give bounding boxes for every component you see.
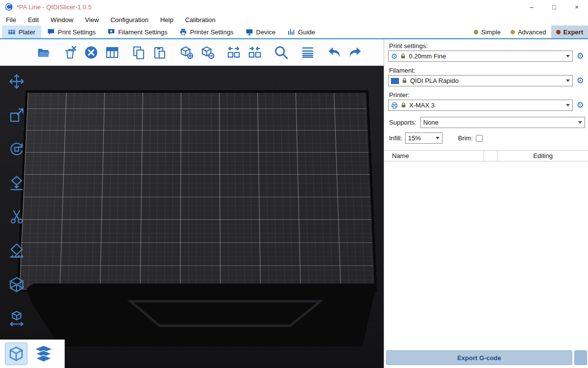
brim-label: Brim: (458, 134, 473, 142)
redo-button[interactable] (347, 44, 364, 61)
place-on-face-tool-button[interactable] (5, 171, 28, 195)
tab-device[interactable]: Device (240, 26, 282, 38)
scene-3d[interactable] (0, 66, 384, 368)
object-manipulation-toolbar (3, 70, 30, 330)
printer-label: Printer: (389, 91, 583, 99)
brim-checkbox[interactable] (476, 135, 483, 142)
main-area: Print settings: ⚙ 0.20mm Fine ⚙ Filament… (0, 39, 588, 368)
tab-print-settings[interactable]: Print Settings (41, 26, 101, 38)
infill-value: 15% (408, 134, 421, 142)
remove-instance-button[interactable] (199, 44, 216, 61)
mode-advanced[interactable]: Advanced (506, 26, 551, 38)
undo-button[interactable] (326, 44, 343, 61)
printer-gear-button[interactable]: ⚙ (575, 100, 585, 111)
tab-device-label: Device (256, 28, 276, 36)
infill-combo[interactable]: 15% (405, 132, 442, 144)
cut-tool-button[interactable] (5, 205, 28, 229)
column-header-name[interactable]: Name (384, 151, 484, 161)
menu-item-edit[interactable]: Edit (28, 16, 39, 24)
chevron-down-icon (566, 79, 570, 82)
mode-expert[interactable]: Expert (551, 26, 588, 38)
column-header-middle[interactable] (484, 151, 498, 161)
chevron-down-icon (566, 104, 570, 106)
delete-button[interactable] (62, 44, 78, 61)
printer-combo[interactable]: X-MAX 3 (388, 100, 573, 111)
paint-support-tool-button[interactable] (5, 239, 28, 263)
move-tool-button[interactable] (5, 70, 28, 93)
lock-icon (401, 78, 408, 84)
simple-mode-dot-icon (474, 30, 478, 34)
filament-value: QIDI PLA Rapido (410, 77, 459, 84)
export-options-button[interactable] (574, 350, 587, 365)
printer-icon (391, 102, 398, 109)
copy-button[interactable] (130, 44, 147, 61)
cube-icon (8, 345, 24, 362)
tab-printer-settings-label: Printer Settings (190, 28, 234, 36)
supports-combo[interactable]: None (420, 117, 585, 128)
chevron-down-icon (436, 137, 440, 139)
search-button[interactable] (273, 44, 290, 61)
tab-print-settings-label: Print Settings (58, 28, 96, 36)
object-table: Name Editing (384, 150, 588, 348)
menu-item-view[interactable]: View (85, 16, 99, 24)
window-title: *PA Line - QIDISlicer-1.0.5 (17, 3, 92, 11)
viewport-3d[interactable] (0, 39, 384, 368)
print-bed (25, 90, 368, 291)
rotate-tool-button[interactable] (5, 137, 28, 161)
tab-guide[interactable]: Guide (281, 26, 321, 38)
preview-view-button[interactable] (32, 342, 55, 365)
menu-item-window[interactable]: Window (50, 16, 73, 24)
layer-height-button[interactable] (299, 44, 316, 61)
menu-item-help[interactable]: Help (160, 16, 173, 24)
menu-item-file[interactable]: File (6, 16, 16, 24)
lock-icon (400, 102, 407, 108)
open-project-button[interactable] (35, 44, 52, 61)
arrange-button[interactable] (104, 44, 121, 61)
export-row: Export G-code (384, 348, 588, 368)
window-controls: – □ × (520, 0, 588, 14)
scale-tool-button[interactable] (5, 104, 28, 127)
split-objects-button[interactable] (225, 44, 242, 61)
minimize-button[interactable]: – (520, 0, 543, 14)
menu-item-configuration[interactable]: Configuration (111, 16, 148, 24)
menu-item-calibration[interactable]: Calibration (185, 16, 216, 24)
maximize-button[interactable]: □ (543, 0, 565, 14)
tabbar: Plater Print Settings Filament Settings … (0, 26, 588, 39)
close-button[interactable]: × (565, 0, 588, 14)
device-monitor-icon (245, 28, 253, 36)
mode-simple[interactable]: Simple (469, 26, 506, 38)
print-settings-combo[interactable]: ⚙ 0.20mm Fine (388, 51, 573, 62)
export-gcode-button[interactable]: Export G-code (386, 350, 572, 365)
layers-icon (34, 344, 53, 363)
settings-panel: Print settings: ⚙ 0.20mm Fine ⚙ Filament… (384, 39, 588, 368)
editor-view-button[interactable] (5, 342, 27, 365)
menubar: File Edit Window View Configuration Help… (0, 14, 588, 26)
printer-value: X-MAX 3 (409, 102, 435, 109)
add-instance-button[interactable] (178, 44, 195, 61)
tab-printer-settings[interactable]: Printer Settings (173, 26, 240, 38)
filament-gear-button[interactable]: ⚙ (575, 76, 585, 86)
tab-plater[interactable]: Plater (2, 26, 41, 38)
print-settings-gear-button[interactable]: ⚙ (575, 51, 585, 62)
paste-button[interactable] (151, 44, 168, 61)
mode-simple-label: Simple (481, 28, 501, 36)
supports-label: Supports: (389, 119, 416, 126)
column-header-editing[interactable]: Editing (498, 151, 588, 161)
filament-settings-bubble-icon (107, 28, 115, 36)
print-settings-label: Print settings: (389, 42, 583, 50)
seam-tool-button[interactable] (5, 273, 28, 296)
split-parts-button[interactable] (246, 44, 263, 61)
tab-guide-label: Guide (298, 28, 315, 36)
lock-icon (400, 53, 406, 59)
tab-filament-settings[interactable]: Filament Settings (101, 26, 173, 38)
filament-combo[interactable]: QIDI PLA Rapido (388, 75, 573, 86)
printer-settings-icon (179, 28, 187, 36)
delete-all-button[interactable] (83, 44, 99, 61)
object-list[interactable] (384, 161, 588, 348)
filament-color-swatch (391, 78, 399, 84)
measure-tool-button[interactable] (5, 307, 28, 330)
mode-selector: Simple Advanced Expert (469, 26, 588, 38)
titlebar: *PA Line - QIDISlicer-1.0.5 – □ × (0, 0, 588, 14)
print-settings-value: 0.20mm Fine (409, 53, 446, 60)
filament-label: Filament: (389, 67, 583, 74)
